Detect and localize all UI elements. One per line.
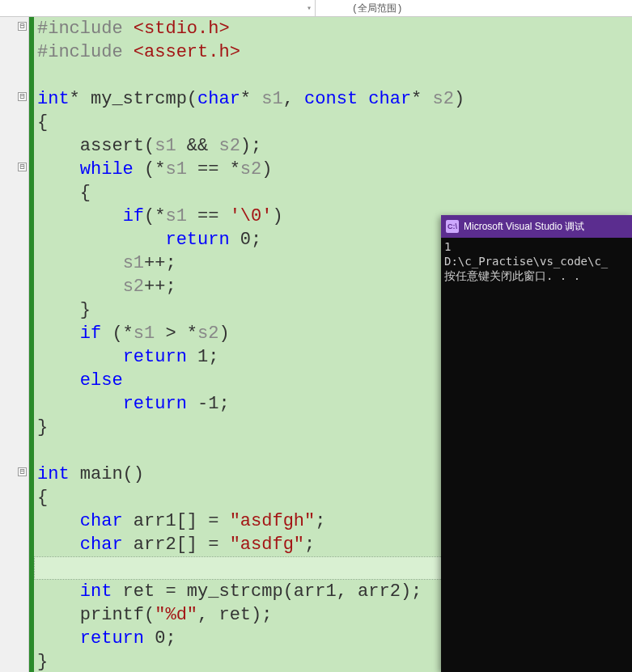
code-text: arr2[] = — [123, 535, 230, 555]
scope-dropdown-left[interactable]: ▾ — [0, 0, 316, 16]
code-text: (* — [144, 206, 165, 226]
indent — [37, 535, 80, 555]
param: s2 — [218, 136, 240, 156]
keyword: return — [165, 230, 229, 250]
code-text: (* — [101, 323, 134, 344]
brace: { — [37, 183, 91, 203]
code-text: ); — [240, 136, 261, 156]
indent — [37, 394, 123, 414]
keyword: const — [304, 89, 358, 109]
string-literal: "%d" — [155, 605, 197, 625]
param: s2 — [240, 159, 261, 180]
param: s2 — [197, 323, 218, 344]
console-line: D:\c_Practise\vs_code\c_ — [444, 255, 608, 268]
indent — [37, 159, 80, 180]
param: s1 — [261, 89, 282, 109]
console-title-text: Microsoft Visual Studio 调试 — [464, 220, 584, 234]
console-line: 1 — [444, 240, 451, 253]
brace: } — [37, 652, 48, 672]
code-text: ++; — [144, 277, 176, 297]
string-literal: "asdfgh" — [230, 511, 316, 531]
brace: { — [37, 112, 48, 133]
param: s2 — [433, 89, 454, 109]
code-text: , ret); — [197, 605, 272, 625]
code-text: && — [176, 136, 219, 156]
code-text: ) — [272, 206, 282, 226]
indent — [37, 511, 80, 531]
keyword: return — [123, 347, 187, 367]
preproc: #include — [37, 19, 134, 39]
keyword: while — [80, 159, 134, 180]
indent — [37, 628, 80, 649]
indent — [37, 277, 123, 297]
fold-toggle[interactable]: ⊟ — [18, 22, 27, 31]
indent — [37, 230, 165, 250]
brace: { — [37, 488, 48, 508]
scope-label: (全局范围) — [352, 2, 402, 15]
param: s1 — [165, 206, 186, 226]
console-line: 按任意键关闭此窗口. . . — [444, 269, 580, 282]
code-text: 1; — [187, 347, 219, 367]
string-literal: "asdfg" — [230, 535, 304, 555]
code-text: ) — [454, 89, 464, 109]
param: s1 — [165, 159, 186, 180]
code-text: (* — [134, 159, 166, 180]
code-text: ret = my_strcmp(arr1, arr2); — [112, 581, 422, 602]
indent — [37, 253, 123, 273]
include-path: <assert.h> — [134, 42, 240, 62]
empty-line — [37, 558, 80, 578]
preproc: #include — [37, 42, 134, 62]
code-text: , — [283, 89, 304, 109]
keyword: int — [80, 581, 112, 602]
param: s1 — [134, 323, 155, 344]
indent — [37, 206, 123, 226]
code-text — [358, 89, 368, 109]
code-text: * — [240, 89, 261, 109]
fold-toggle[interactable]: ⊟ — [18, 163, 27, 171]
code-text: ; — [304, 535, 315, 555]
code-text: ) — [261, 159, 272, 180]
code-text: main() — [70, 464, 144, 484]
brace: } — [37, 300, 91, 320]
code-text: * my_strcmp( — [70, 89, 197, 109]
code-text: ++; — [144, 253, 176, 273]
code-text: 0; — [230, 230, 262, 250]
indent — [37, 323, 80, 344]
keyword: char — [197, 89, 240, 109]
console-output[interactable]: 1 D:\c_Practise\vs_code\c_ 按任意键关闭此窗口. . … — [441, 238, 632, 285]
param: s1 — [155, 136, 176, 156]
keyword: char — [80, 535, 123, 555]
code-text: ; — [315, 511, 325, 531]
include-path: <stdio.h> — [134, 19, 230, 39]
indent — [37, 581, 80, 602]
chevron-down-icon: ▾ — [307, 3, 312, 13]
fold-toggle[interactable]: ⊟ — [18, 92, 27, 101]
debug-console-window[interactable]: C:\ Microsoft Visual Studio 调试 1 D:\c_Pr… — [441, 215, 632, 672]
indent — [37, 370, 80, 391]
code-text: * — [411, 89, 432, 109]
keyword: if — [80, 323, 101, 344]
keyword: else — [80, 370, 123, 391]
keyword: int — [37, 464, 70, 484]
char-literal: '\0' — [230, 206, 273, 226]
keyword: return — [80, 628, 144, 649]
brace: } — [37, 417, 48, 437]
keyword: return — [123, 394, 187, 414]
code-text: -1; — [187, 394, 230, 414]
code-text: == * — [187, 159, 240, 180]
param: s1 — [123, 253, 144, 273]
code-text: printf( — [37, 605, 155, 625]
code-text: ) — [218, 323, 229, 344]
code-text: == — [187, 206, 230, 226]
code-text: assert( — [37, 136, 155, 156]
editor-gutter: ⊟ ⊟ ⊟ ⊟ — [0, 17, 29, 672]
keyword: if — [123, 206, 144, 226]
console-titlebar[interactable]: C:\ Microsoft Visual Studio 调试 — [441, 215, 632, 238]
console-icon: C:\ — [446, 220, 459, 233]
indent — [37, 347, 123, 367]
scope-toolbar: ▾ (全局范围) — [0, 0, 632, 17]
fold-toggle[interactable]: ⊟ — [18, 467, 27, 476]
code-text: 0; — [144, 628, 176, 649]
code-text: > * — [155, 323, 197, 344]
scope-dropdown-right[interactable]: (全局范围) — [316, 0, 632, 16]
